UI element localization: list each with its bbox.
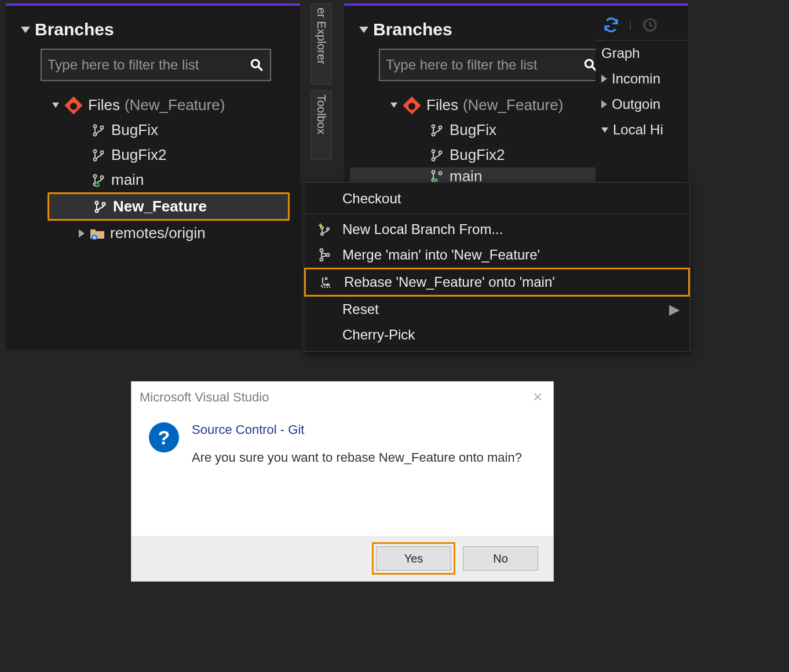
refresh-icon[interactable]: [602, 16, 620, 34]
repo-label: Files: [426, 96, 458, 114]
branch-icon: [90, 172, 107, 188]
svg-point-8: [94, 174, 97, 177]
repo-current-branch: (New_Feature): [125, 96, 225, 114]
confirm-dialog: Microsoft Visual Studio ✕ ? Source Contr…: [131, 381, 554, 582]
menu-checkout[interactable]: Checkout: [304, 186, 690, 211]
side-tab-explorer[interactable]: er Explorer: [311, 3, 332, 85]
dialog-body: ? Source Control - Git Are you sure you …: [132, 410, 553, 465]
svg-point-22: [432, 158, 435, 160]
svg-point-29: [321, 227, 323, 229]
folder-icon: [89, 225, 105, 242]
svg-point-0: [251, 60, 259, 67]
svg-point-33: [320, 258, 323, 261]
new-branch-icon: [315, 222, 334, 236]
branch-context-menu: Checkout New Local Branch From... Merge …: [304, 182, 691, 352]
dialog-title-text: Microsoft Visual Studio: [140, 390, 269, 405]
panel-title: Branches: [373, 20, 452, 39]
branch-item-bugfix[interactable]: BugFix: [12, 118, 300, 143]
filter-input[interactable]: [48, 57, 249, 73]
close-icon[interactable]: ✕: [532, 390, 543, 405]
graph-row-outgoing[interactable]: Outgoin: [596, 92, 688, 117]
branch-label: BugFix: [450, 121, 496, 139]
svg-point-31: [327, 228, 329, 230]
filter-input-row[interactable]: [379, 49, 605, 81]
expand-icon: [79, 229, 85, 238]
graph-list: Graph Incomin Outgoin Local Hi: [596, 41, 688, 143]
branch-tree: Files (New_Feature) BugFix BugFix2 main: [6, 87, 300, 246]
collapse-icon: [21, 27, 30, 33]
submenu-arrow-icon: ▶: [669, 301, 680, 317]
svg-point-34: [327, 254, 330, 257]
svg-point-23: [439, 151, 442, 154]
collapse-icon: [359, 27, 368, 33]
no-button[interactable]: No: [463, 546, 538, 571]
svg-point-21: [432, 149, 435, 152]
merge-icon: [315, 248, 334, 262]
svg-point-16: [585, 60, 593, 67]
branch-label: main: [111, 171, 144, 189]
remotes-label: remotes/origin: [110, 224, 206, 242]
menu-rebase[interactable]: Rebase 'New_Feature' onto 'main': [304, 268, 690, 297]
svg-point-10: [101, 176, 104, 178]
svg-point-26: [439, 172, 442, 175]
svg-point-6: [94, 158, 97, 160]
svg-point-7: [101, 151, 104, 154]
panel-title: Branches: [35, 20, 114, 39]
remotes-node[interactable]: remotes/origin: [12, 221, 300, 246]
svg-point-13: [96, 209, 98, 212]
expand-icon: [390, 103, 397, 108]
highlighted-branch: New_Feature: [48, 192, 290, 221]
dialog-titlebar: Microsoft Visual Studio ✕: [132, 382, 553, 410]
repo-label: Files: [88, 96, 120, 114]
branch-item-bugfix2[interactable]: BugFix2: [12, 143, 300, 167]
branches-panel-left: Branches Files (New_Feature) BugFix BugF…: [6, 3, 300, 350]
yes-button[interactable]: Yes: [376, 546, 451, 571]
graph-header[interactable]: Graph: [596, 41, 688, 66]
menu-separator: [304, 214, 690, 214]
menu-reset[interactable]: Reset ▶: [304, 297, 690, 322]
svg-line-1: [258, 67, 262, 71]
filter-input[interactable]: [386, 57, 583, 73]
menu-cherry-pick[interactable]: Cherry-Pick: [304, 322, 690, 348]
svg-point-5: [94, 149, 97, 152]
svg-point-14: [103, 202, 105, 205]
collapse-icon: [601, 127, 608, 133]
side-tab-toolbox[interactable]: Toolbox: [311, 90, 332, 160]
svg-point-18: [432, 125, 435, 127]
branch-icon: [92, 199, 108, 215]
branch-label: New_Feature: [113, 198, 207, 216]
question-icon: ?: [149, 422, 179, 452]
dialog-footer: Yes No: [132, 536, 553, 581]
branch-icon: [90, 147, 107, 163]
repo-node[interactable]: Files (New_Feature): [12, 93, 300, 118]
branches-header[interactable]: Branches: [6, 6, 300, 45]
expand-icon: [601, 100, 607, 108]
branch-label: BugFix2: [111, 146, 166, 164]
svg-point-32: [320, 249, 323, 252]
filter-input-row[interactable]: [41, 49, 271, 81]
git-icon: [403, 96, 421, 114]
menu-merge[interactable]: Merge 'main' into 'New_Feature': [304, 242, 690, 268]
branch-icon: [429, 147, 445, 163]
svg-rect-35: [322, 286, 330, 287]
history-icon[interactable]: [641, 16, 658, 34]
expand-icon: [601, 75, 607, 83]
svg-point-3: [94, 133, 97, 136]
branch-icon: [429, 122, 445, 138]
git-icon: [64, 96, 82, 114]
branch-item-main[interactable]: main: [12, 167, 300, 192]
dialog-heading: Source Control - Git: [192, 422, 522, 437]
search-icon[interactable]: [249, 57, 264, 72]
svg-point-4: [101, 126, 104, 129]
svg-point-24: [432, 171, 435, 174]
branch-item-new-feature[interactable]: New_Feature: [49, 194, 288, 219]
graph-row-incoming[interactable]: Incomin: [596, 66, 688, 92]
svg-point-12: [96, 201, 98, 204]
repo-current-branch: (New_Feature): [463, 96, 563, 114]
svg-point-2: [94, 125, 97, 127]
dialog-message: Are you sure you want to rebase New_Feat…: [192, 450, 522, 465]
expand-icon: [52, 103, 59, 108]
menu-new-branch[interactable]: New Local Branch From...: [304, 217, 690, 242]
branch-icon: [90, 122, 107, 138]
graph-row-local-history[interactable]: Local Hi: [596, 117, 688, 143]
